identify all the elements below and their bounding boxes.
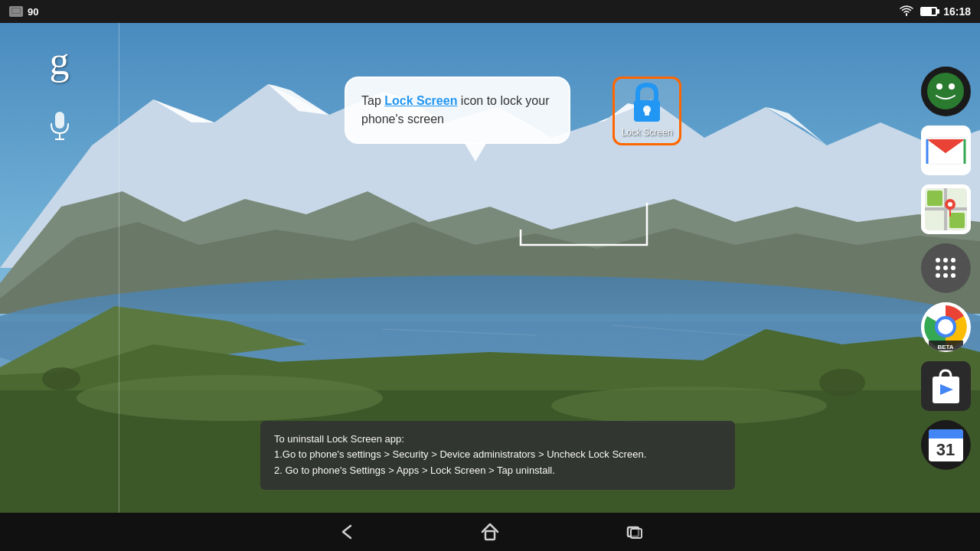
home-button[interactable] — [479, 521, 501, 543]
lock-screen-label: Lock Screen — [622, 127, 673, 138]
svg-point-22 — [77, 375, 383, 421]
svg-point-56 — [938, 319, 953, 334]
svg-point-45 — [943, 258, 948, 262]
svg-point-23 — [551, 386, 827, 425]
svg-point-31 — [936, 83, 942, 90]
svg-point-44 — [936, 258, 940, 262]
svg-point-48 — [943, 266, 948, 270]
microphone-icon[interactable] — [44, 106, 75, 145]
tooltip-text-prefix: Tap — [361, 94, 384, 107]
back-button[interactable] — [335, 521, 357, 543]
google-search-icon[interactable]: g — [50, 38, 70, 83]
svg-rect-65 — [929, 434, 963, 439]
notification-icon — [9, 6, 23, 17]
svg-point-51 — [943, 273, 948, 278]
battery-icon — [920, 7, 937, 16]
svg-point-32 — [949, 83, 955, 90]
status-time: 16:18 — [943, 5, 971, 18]
svg-point-47 — [936, 266, 940, 270]
status-left: 90 — [9, 6, 38, 18]
svg-point-42 — [948, 202, 952, 207]
svg-rect-39 — [927, 191, 942, 206]
right-sidebar: BETA 31 — [911, 23, 980, 513]
navigation-bar — [0, 513, 980, 551]
svg-rect-40 — [949, 213, 965, 228]
svg-point-30 — [927, 73, 964, 109]
maps-app-icon[interactable] — [921, 184, 971, 234]
wifi-icon — [899, 5, 914, 19]
svg-rect-72 — [631, 529, 642, 538]
chrome-beta-app-icon[interactable]: BETA — [921, 302, 971, 352]
recents-button[interactable] — [623, 521, 645, 543]
info-text-line2: 1.Go to phone's settings > Security > De… — [274, 447, 721, 463]
left-sidebar: g — [0, 23, 119, 513]
gmail-app-icon[interactable] — [921, 126, 971, 175]
tooltip-link[interactable]: Lock Screen — [384, 94, 457, 107]
status-bar: 90 16:18 — [0, 0, 980, 23]
status-right: 16:18 — [899, 5, 971, 19]
info-box: To uninstall Lock Screen app: 1.Go to ph… — [260, 421, 735, 490]
svg-rect-26 — [55, 112, 64, 129]
tooltip-text: Tap Lock Screen icon to lock your phone'… — [361, 92, 554, 129]
svg-rect-1 — [12, 8, 20, 13]
tooltip-bubble: Tap Lock Screen icon to lock your phone'… — [345, 77, 570, 144]
info-text-line1: To uninstall Lock Screen app: — [274, 432, 721, 448]
svg-point-46 — [951, 258, 956, 262]
sidebar-divider — [119, 23, 119, 513]
svg-rect-69 — [645, 109, 649, 116]
calendar-app-icon[interactable]: 31 — [921, 420, 971, 470]
svg-point-50 — [936, 273, 940, 278]
svg-rect-70 — [485, 531, 495, 540]
svg-text:BETA: BETA — [937, 344, 953, 350]
play-store-app-icon[interactable] — [921, 361, 971, 411]
info-text-line3: 2. Go to phone's Settings > Apps > Lock … — [274, 463, 721, 479]
svg-text:31: 31 — [936, 440, 954, 459]
notification-count: 90 — [28, 6, 38, 18]
svg-point-25 — [819, 369, 865, 396]
svg-point-52 — [951, 273, 956, 278]
game-app-icon[interactable] — [921, 67, 971, 116]
svg-point-49 — [951, 266, 956, 270]
lock-screen-icon[interactable]: Lock Screen — [612, 77, 681, 145]
apps-grid-icon[interactable] — [921, 243, 971, 293]
